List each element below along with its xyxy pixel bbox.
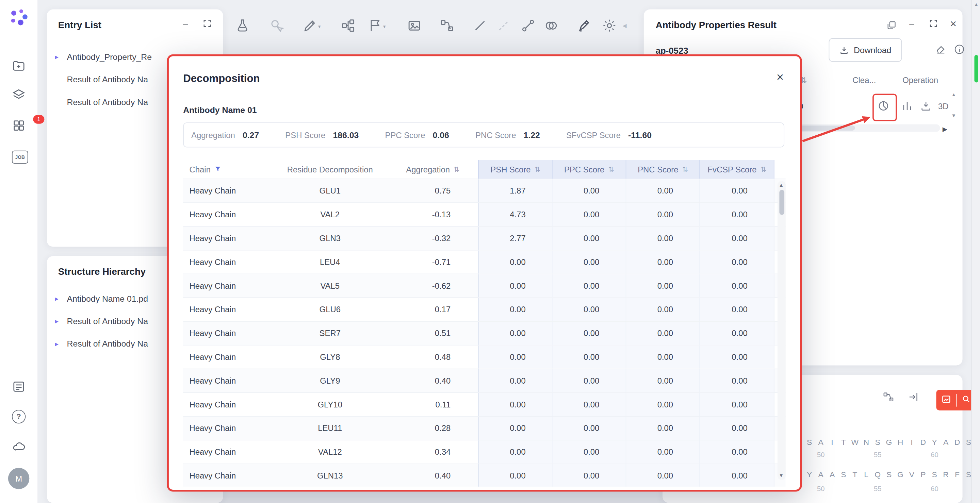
settings-gear-icon[interactable] <box>602 18 617 33</box>
align-end-icon[interactable] <box>907 391 920 404</box>
dash-tool-icon[interactable] <box>496 18 511 33</box>
table-cell: 4.73 <box>478 203 552 226</box>
datasets-icon[interactable] <box>12 88 25 102</box>
bookmark-flag-icon[interactable] <box>368 18 382 33</box>
overlap-circles-icon[interactable] <box>544 18 559 33</box>
column-header[interactable]: PPC Score⇅ <box>552 160 626 179</box>
table-row[interactable]: Heavy ChainGLU10.751.870.000.000.00 <box>183 179 786 203</box>
scroll-up-arrow-icon[interactable]: ▲ <box>779 182 784 188</box>
minimize-icon[interactable]: − <box>909 19 915 29</box>
scroll-up-arrow-icon[interactable]: ▲ <box>974 2 979 8</box>
table-scrollbar[interactable]: ▲ ▼ <box>778 181 786 480</box>
scroll-down-arrow-icon[interactable]: ▼ <box>779 473 784 479</box>
info-icon[interactable] <box>954 44 966 56</box>
table-cell: 0.00 <box>552 298 626 321</box>
sort-icon[interactable]: ⇅ <box>453 165 460 173</box>
fullscreen-icon[interactable] <box>202 19 212 30</box>
table-cell: 0.00 <box>478 369 552 392</box>
caret-right-icon[interactable]: ▸ <box>55 317 67 325</box>
bond-link-icon[interactable] <box>520 18 536 33</box>
list-item-label: Result of Antibody Na <box>67 339 148 348</box>
log-list-icon[interactable] <box>12 380 25 394</box>
column-header[interactable]: Aggregation⇅ <box>383 160 478 179</box>
sequence-search-icon[interactable] <box>961 394 971 406</box>
download-row-icon[interactable] <box>920 100 933 113</box>
table-row[interactable]: Heavy ChainGLY80.480.000.000.000.00 <box>183 346 786 369</box>
help-icon[interactable]: ? <box>12 410 25 424</box>
table-row[interactable]: Heavy ChainGLY100.110.000.000.000.00 <box>183 393 786 417</box>
column-header-label: Residue Decomposition <box>287 165 373 174</box>
draw-pencil-icon[interactable] <box>302 18 318 33</box>
list-item-label: Antibody_Property_Re <box>67 52 152 62</box>
pipeline-flow-icon[interactable] <box>882 391 895 404</box>
sort-icon[interactable]: ⇅ <box>682 165 688 173</box>
table-cell: GLY10 <box>277 393 383 416</box>
sort-icon[interactable]: ⇅ <box>760 165 766 173</box>
jobs-icon[interactable]: JOB <box>12 151 25 164</box>
table-row[interactable]: Heavy ChainGLN3-0.322.770.000.000.00 <box>183 227 786 251</box>
column-header[interactable]: FvCSP Score⇅ <box>699 160 774 179</box>
column-header[interactable]: PNC Score⇅ <box>626 160 700 179</box>
collapse-toolbar-chevron-icon[interactable]: ◂ <box>622 21 637 36</box>
view-3d-button[interactable]: 3D <box>938 102 949 111</box>
caret-right-icon[interactable]: ▸ <box>55 340 67 347</box>
scroll-up-arrow-icon[interactable]: ▲ <box>951 92 956 98</box>
dock-layout-icon[interactable] <box>886 20 899 33</box>
table-row[interactable]: Heavy ChainGLN130.400.000.000.000.00 <box>183 464 786 487</box>
close-icon[interactable]: × <box>950 19 956 29</box>
caret-right-icon[interactable]: ▸ <box>55 53 67 61</box>
table-row[interactable]: Heavy ChainVAL2-0.134.730.000.000.00 <box>183 203 786 227</box>
window-scrollbar[interactable]: ▲ <box>971 0 980 503</box>
select-search-icon[interactable] <box>269 18 284 33</box>
image-view-icon[interactable] <box>407 18 422 33</box>
scroll-down-arrow-icon[interactable]: ▼ <box>951 113 956 119</box>
new-project-icon[interactable] <box>12 59 25 73</box>
user-avatar[interactable]: M <box>8 468 29 489</box>
sort-icon[interactable]: ⇅ <box>534 165 540 173</box>
bar-chart-icon[interactable] <box>901 100 914 113</box>
workflow-nodes-icon[interactable] <box>340 18 356 33</box>
table-scrollbar-thumb[interactable] <box>779 190 784 214</box>
sort-icon[interactable]: ⇅ <box>608 165 614 173</box>
table-cell: 0.00 <box>699 203 774 226</box>
summary-label: SFvCSP Score <box>566 130 620 140</box>
line-tool-icon[interactable] <box>473 18 488 33</box>
table-cell: LEU4 <box>277 251 383 274</box>
minimize-icon[interactable]: − <box>182 19 188 29</box>
table-cell: Heavy Chain <box>183 227 277 250</box>
table-cell: GLN3 <box>277 227 383 250</box>
flag-dropdown-caret-icon[interactable]: ▾ <box>383 24 385 30</box>
scroll-right-arrow-icon[interactable]: ▶ <box>943 125 947 132</box>
table-row[interactable]: Heavy ChainLEU4-0.710.000.000.000.00 <box>183 251 786 275</box>
translate-image-icon[interactable] <box>941 394 951 406</box>
table-cell: 0.00 <box>478 417 552 440</box>
fullscreen-icon[interactable] <box>929 19 938 30</box>
sequence-row-1: SAITWNSGHIDYADS <box>804 436 974 447</box>
clean-eraser-icon[interactable] <box>935 44 948 56</box>
filter-icon[interactable] <box>215 165 221 174</box>
table-cell: 0.00 <box>699 417 774 440</box>
caret-right-icon[interactable]: ▸ <box>55 295 67 303</box>
column-header-clipped[interactable]: Clea... <box>853 76 876 85</box>
table-row[interactable]: Heavy ChainGLY90.400.000.000.000.00 <box>183 369 786 393</box>
experiment-flask-icon[interactable] <box>235 18 250 33</box>
annotate-pen-icon[interactable] <box>577 18 592 33</box>
download-button[interactable]: Download <box>829 38 902 62</box>
cloud-icon[interactable] <box>12 440 25 453</box>
table-row[interactable]: Heavy ChainSER70.510.000.000.000.00 <box>183 322 786 346</box>
pencil-dropdown-caret-icon[interactable]: ▾ <box>318 24 321 30</box>
table-cell: Heavy Chain <box>183 322 277 345</box>
table-row[interactable]: Heavy ChainLEU110.280.000.000.000.00 <box>183 417 786 440</box>
divider <box>956 394 956 406</box>
table-row[interactable]: Heavy ChainGLU60.170.000.000.000.00 <box>183 298 786 322</box>
table-row[interactable]: Heavy ChainVAL5-0.620.000.000.000.00 <box>183 274 786 298</box>
column-header[interactable]: Chain <box>183 160 277 179</box>
app-logo[interactable] <box>8 8 29 31</box>
modal-close-icon[interactable]: × <box>776 70 784 84</box>
column-header[interactable]: PSH Score⇅ <box>478 160 552 179</box>
scrollbar-green-thumb[interactable] <box>974 55 978 83</box>
entries-icon[interactable]: 1 <box>12 119 25 132</box>
table-row[interactable]: Heavy ChainVAL120.340.000.000.000.00 <box>183 440 786 464</box>
column-header[interactable]: Residue Decomposition <box>277 160 383 179</box>
pipeline-flow-icon[interactable] <box>439 18 454 33</box>
